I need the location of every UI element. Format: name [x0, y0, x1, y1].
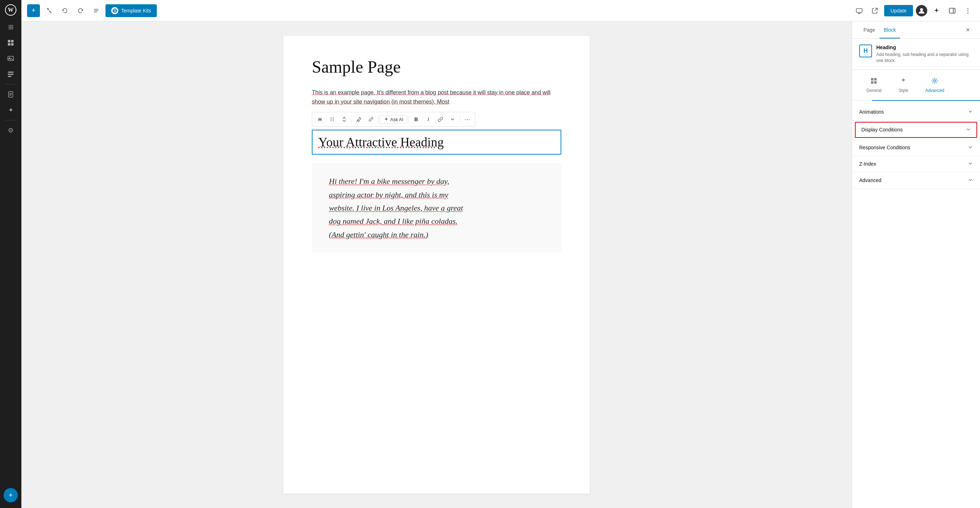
svg-point-31: [331, 119, 331, 120]
panel-subtabs: General Style Advanced: [852, 70, 980, 100]
redo-button[interactable]: [74, 4, 87, 17]
template-kits-label: Template Kits: [121, 8, 151, 14]
subtab-general-label: General: [866, 88, 881, 93]
svg-point-35: [333, 121, 334, 121]
move-up-down-button[interactable]: [339, 114, 350, 125]
toggle-sidebar-button[interactable]: [946, 4, 959, 17]
undo-button[interactable]: [59, 4, 71, 17]
heading-type-button[interactable]: H: [314, 114, 326, 125]
display-conditions-header[interactable]: Display Conditions: [855, 122, 977, 138]
svg-text:S: S: [114, 9, 116, 13]
subtab-advanced-label: Advanced: [925, 88, 944, 93]
toolbar-divider-1: [352, 115, 352, 124]
topbar: + S Template Kits Update: [21, 0, 980, 21]
pin-button[interactable]: [353, 114, 364, 125]
style-icon: [899, 77, 907, 87]
external-link-button[interactable]: [869, 4, 881, 17]
drag-handle[interactable]: [326, 114, 338, 125]
svg-text:W: W: [8, 7, 14, 13]
link-button[interactable]: [435, 114, 446, 125]
svg-rect-9: [8, 74, 14, 75]
add-new-button[interactable]: +: [3, 488, 18, 502]
bold-button[interactable]: B: [410, 114, 422, 125]
svg-line-15: [49, 11, 51, 13]
plus-icon: +: [31, 6, 36, 14]
display-conditions-section: Display Conditions: [852, 122, 980, 140]
svg-rect-4: [8, 43, 10, 46]
block-title: Heading: [876, 44, 973, 50]
quote-text: Hi there! I'm a bike messenger by day, a…: [329, 175, 544, 241]
template-kits-button[interactable]: S Template Kits: [105, 4, 157, 17]
block-more-options[interactable]: ⋯: [461, 114, 473, 125]
list-view-button[interactable]: [90, 4, 103, 17]
svg-point-27: [967, 8, 969, 9]
subtab-style[interactable]: Style: [892, 74, 915, 96]
forms-icon[interactable]: [3, 67, 18, 81]
svg-point-30: [331, 117, 331, 118]
add-block-button[interactable]: +: [27, 4, 40, 17]
page-title[interactable]: Sample Page: [312, 57, 561, 76]
more-options-dropdown[interactable]: [447, 114, 458, 125]
responsive-conditions-header[interactable]: Responsive Conditions: [852, 140, 980, 156]
svg-point-34: [333, 119, 334, 120]
media-icon[interactable]: [3, 51, 18, 65]
svg-rect-38: [874, 78, 877, 81]
svg-rect-37: [871, 78, 873, 81]
user-avatar[interactable]: [916, 5, 927, 16]
advanced-section: Advanced: [852, 172, 980, 189]
ask-ai-label: Ask AI: [390, 117, 403, 122]
svg-point-24: [920, 8, 923, 11]
subtab-general[interactable]: General: [859, 74, 889, 96]
animations-header[interactable]: Animations: [852, 104, 980, 120]
tools-button[interactable]: [43, 4, 56, 17]
svg-rect-2: [8, 40, 10, 42]
wp-logo[interactable]: W: [3, 3, 18, 17]
svg-point-33: [333, 117, 334, 118]
patterns-icon[interactable]: [3, 36, 18, 50]
tab-block[interactable]: Block: [880, 21, 900, 38]
toolbar-divider-2: [378, 115, 379, 124]
page-body-text[interactable]: This is an example page. It's different …: [312, 88, 561, 106]
svg-point-32: [331, 121, 331, 121]
svg-rect-3: [11, 40, 14, 42]
block-icon: H: [859, 44, 872, 57]
svg-rect-10: [8, 76, 11, 77]
panel-tabs: Page Block ×: [852, 21, 980, 39]
subtab-advanced[interactable]: Advanced: [918, 74, 951, 96]
right-panel: Page Block × H Heading Add heading, sub …: [852, 21, 980, 508]
block-description: Add heading, sub heading and a separator…: [876, 52, 973, 64]
template-kits-icon: S: [111, 7, 118, 14]
settings-icon[interactable]: ⚙: [3, 123, 18, 138]
responsive-conditions-chevron: [968, 144, 973, 151]
advanced-header[interactable]: Advanced: [852, 172, 980, 189]
toolbar-divider-3: [409, 115, 409, 124]
responsive-conditions-section: Responsive Conditions: [852, 140, 980, 156]
ask-ai-button[interactable]: Ask AI: [380, 115, 407, 124]
close-panel-button[interactable]: ×: [963, 25, 973, 35]
z-index-header[interactable]: Z-Index: [852, 156, 980, 172]
docs-icon[interactable]: [3, 87, 18, 102]
advanced-icon: [931, 77, 939, 87]
sidebar: W ⊞ ✦ ⚙ +: [0, 0, 21, 508]
toolbar-divider-4: [460, 115, 460, 124]
animations-chevron: [968, 109, 973, 115]
tab-page[interactable]: Page: [859, 21, 880, 38]
blocks-icon[interactable]: ⊞: [3, 20, 18, 34]
panel-sections: Animations Display Conditions Responsive…: [852, 101, 980, 508]
display-conditions-label: Display Conditions: [861, 127, 903, 133]
editor-canvas: Sample Page This is an example page. It'…: [21, 21, 852, 508]
heading-block-text[interactable]: Your Attractive Heading: [318, 135, 555, 149]
z-index-chevron: [968, 161, 973, 167]
pen-button[interactable]: [365, 114, 377, 125]
svg-rect-8: [8, 71, 14, 73]
heading-block[interactable]: Your Attractive Heading: [312, 130, 561, 155]
preview-button[interactable]: [853, 4, 865, 17]
animations-label: Animations: [859, 109, 884, 115]
update-button[interactable]: Update: [884, 5, 913, 16]
ai-button[interactable]: [930, 4, 943, 17]
more-options-button[interactable]: [961, 4, 974, 17]
templates-icon[interactable]: ✦: [3, 103, 18, 117]
quote-block[interactable]: Hi there! I'm a bike messenger by day, a…: [312, 163, 561, 252]
italic-button[interactable]: I: [423, 114, 434, 125]
svg-point-28: [967, 10, 969, 11]
